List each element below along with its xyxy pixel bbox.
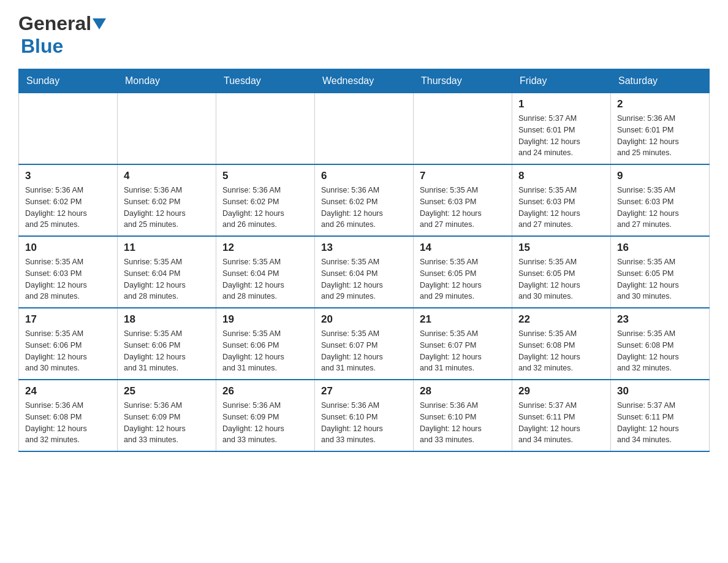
calendar-week-row: 17Sunrise: 5:35 AM Sunset: 6:06 PM Dayli… [19, 308, 710, 380]
day-of-week-header: Wednesday [315, 69, 414, 93]
day-number: 7 [420, 170, 506, 182]
calendar-day-cell: 24Sunrise: 5:36 AM Sunset: 6:08 PM Dayli… [19, 380, 118, 451]
day-number: 19 [222, 313, 308, 326]
calendar-week-row: 3Sunrise: 5:36 AM Sunset: 6:02 PM Daylig… [19, 164, 710, 236]
day-number: 27 [321, 385, 407, 397]
day-number: 10 [25, 242, 111, 254]
day-number: 23 [617, 313, 703, 326]
day-info: Sunrise: 5:35 AM Sunset: 6:05 PM Dayligh… [420, 256, 506, 302]
day-number: 18 [124, 313, 210, 326]
day-number: 1 [518, 98, 604, 110]
day-number: 8 [518, 170, 604, 182]
calendar-day-cell: 25Sunrise: 5:36 AM Sunset: 6:09 PM Dayli… [118, 380, 216, 451]
day-number: 14 [420, 242, 506, 254]
calendar-day-cell: 6Sunrise: 5:36 AM Sunset: 6:02 PM Daylig… [315, 164, 414, 236]
day-info: Sunrise: 5:35 AM Sunset: 6:03 PM Dayligh… [420, 185, 506, 231]
day-info: Sunrise: 5:35 AM Sunset: 6:08 PM Dayligh… [518, 328, 604, 374]
day-info: Sunrise: 5:35 AM Sunset: 6:03 PM Dayligh… [25, 256, 111, 302]
calendar-day-cell: 11Sunrise: 5:35 AM Sunset: 6:04 PM Dayli… [118, 236, 216, 308]
day-info: Sunrise: 5:35 AM Sunset: 6:07 PM Dayligh… [420, 328, 506, 374]
day-number: 28 [420, 385, 506, 397]
day-info: Sunrise: 5:36 AM Sunset: 6:09 PM Dayligh… [124, 400, 210, 446]
day-number: 17 [25, 313, 111, 326]
day-info: Sunrise: 5:35 AM Sunset: 6:06 PM Dayligh… [124, 328, 210, 374]
day-number: 5 [222, 170, 308, 182]
calendar-day-cell: 2Sunrise: 5:36 AM Sunset: 6:01 PM Daylig… [611, 93, 710, 165]
calendar-day-cell: 15Sunrise: 5:35 AM Sunset: 6:05 PM Dayli… [512, 236, 611, 308]
day-number: 2 [617, 98, 703, 110]
day-of-week-header: Thursday [414, 69, 512, 93]
day-number: 30 [617, 385, 703, 397]
day-number: 21 [420, 313, 506, 326]
day-info: Sunrise: 5:36 AM Sunset: 6:02 PM Dayligh… [222, 185, 308, 231]
logo-blue-text: Blue [21, 35, 63, 57]
calendar-day-cell: 30Sunrise: 5:37 AM Sunset: 6:11 PM Dayli… [611, 380, 710, 451]
calendar-day-cell: 12Sunrise: 5:35 AM Sunset: 6:04 PM Dayli… [216, 236, 315, 308]
day-info: Sunrise: 5:35 AM Sunset: 6:06 PM Dayligh… [222, 328, 308, 374]
calendar-table: SundayMondayTuesdayWednesdayThursdayFrid… [18, 69, 710, 452]
calendar-day-cell: 14Sunrise: 5:35 AM Sunset: 6:05 PM Dayli… [414, 236, 512, 308]
day-number: 3 [25, 170, 111, 182]
calendar-day-cell: 21Sunrise: 5:35 AM Sunset: 6:07 PM Dayli… [414, 308, 512, 380]
day-number: 26 [222, 385, 308, 397]
day-number: 4 [124, 170, 210, 182]
day-info: Sunrise: 5:35 AM Sunset: 6:07 PM Dayligh… [321, 328, 407, 374]
day-of-week-header: Monday [118, 69, 216, 93]
calendar-day-cell: 4Sunrise: 5:36 AM Sunset: 6:02 PM Daylig… [118, 164, 216, 236]
calendar-day-cell: 27Sunrise: 5:36 AM Sunset: 6:10 PM Dayli… [315, 380, 414, 451]
calendar-day-cell: 23Sunrise: 5:35 AM Sunset: 6:08 PM Dayli… [611, 308, 710, 380]
calendar-day-cell: 17Sunrise: 5:35 AM Sunset: 6:06 PM Dayli… [19, 308, 118, 380]
day-number: 22 [518, 313, 604, 326]
calendar-day-cell [414, 93, 512, 165]
calendar-day-cell: 13Sunrise: 5:35 AM Sunset: 6:04 PM Dayli… [315, 236, 414, 308]
day-info: Sunrise: 5:35 AM Sunset: 6:03 PM Dayligh… [617, 185, 703, 231]
day-info: Sunrise: 5:35 AM Sunset: 6:08 PM Dayligh… [617, 328, 703, 374]
logo: General Blue [18, 12, 106, 58]
calendar-header: SundayMondayTuesdayWednesdayThursdayFrid… [19, 69, 710, 93]
calendar-day-cell: 20Sunrise: 5:35 AM Sunset: 6:07 PM Dayli… [315, 308, 414, 380]
day-info: Sunrise: 5:35 AM Sunset: 6:05 PM Dayligh… [518, 256, 604, 302]
day-info: Sunrise: 5:36 AM Sunset: 6:10 PM Dayligh… [321, 400, 407, 446]
day-info: Sunrise: 5:35 AM Sunset: 6:04 PM Dayligh… [222, 256, 308, 302]
calendar-day-cell [19, 93, 118, 165]
day-info: Sunrise: 5:36 AM Sunset: 6:08 PM Dayligh… [25, 400, 111, 446]
day-info: Sunrise: 5:37 AM Sunset: 6:01 PM Dayligh… [518, 113, 604, 159]
day-info: Sunrise: 5:36 AM Sunset: 6:10 PM Dayligh… [420, 400, 506, 446]
day-number: 13 [321, 242, 407, 254]
day-number: 15 [518, 242, 604, 254]
calendar-day-cell: 5Sunrise: 5:36 AM Sunset: 6:02 PM Daylig… [216, 164, 315, 236]
day-of-week-header: Tuesday [216, 69, 315, 93]
calendar-day-cell: 26Sunrise: 5:36 AM Sunset: 6:09 PM Dayli… [216, 380, 315, 451]
day-number: 20 [321, 313, 407, 326]
calendar-day-cell: 8Sunrise: 5:35 AM Sunset: 6:03 PM Daylig… [512, 164, 611, 236]
day-number: 12 [222, 242, 308, 254]
calendar-body: 1Sunrise: 5:37 AM Sunset: 6:01 PM Daylig… [19, 93, 710, 452]
day-of-week-header: Friday [512, 69, 611, 93]
calendar-week-row: 1Sunrise: 5:37 AM Sunset: 6:01 PM Daylig… [19, 93, 710, 165]
calendar-day-cell [118, 93, 216, 165]
calendar-day-cell [216, 93, 315, 165]
day-info: Sunrise: 5:37 AM Sunset: 6:11 PM Dayligh… [617, 400, 703, 446]
day-info: Sunrise: 5:36 AM Sunset: 6:01 PM Dayligh… [617, 113, 703, 159]
page-header: General Blue [18, 12, 710, 58]
day-info: Sunrise: 5:36 AM Sunset: 6:02 PM Dayligh… [25, 185, 111, 231]
calendar-week-row: 10Sunrise: 5:35 AM Sunset: 6:03 PM Dayli… [19, 236, 710, 308]
calendar-day-cell: 3Sunrise: 5:36 AM Sunset: 6:02 PM Daylig… [19, 164, 118, 236]
calendar-day-cell: 29Sunrise: 5:37 AM Sunset: 6:11 PM Dayli… [512, 380, 611, 451]
calendar-day-cell: 9Sunrise: 5:35 AM Sunset: 6:03 PM Daylig… [611, 164, 710, 236]
calendar-day-cell: 7Sunrise: 5:35 AM Sunset: 6:03 PM Daylig… [414, 164, 512, 236]
calendar-day-cell: 19Sunrise: 5:35 AM Sunset: 6:06 PM Dayli… [216, 308, 315, 380]
calendar-day-cell [315, 93, 414, 165]
day-number: 24 [25, 385, 111, 397]
logo-general-text: General [18, 12, 91, 35]
calendar-week-row: 24Sunrise: 5:36 AM Sunset: 6:08 PM Dayli… [19, 380, 710, 451]
days-of-week-row: SundayMondayTuesdayWednesdayThursdayFrid… [19, 69, 710, 93]
day-info: Sunrise: 5:35 AM Sunset: 6:06 PM Dayligh… [25, 328, 111, 374]
calendar-day-cell: 16Sunrise: 5:35 AM Sunset: 6:05 PM Dayli… [611, 236, 710, 308]
day-info: Sunrise: 5:35 AM Sunset: 6:03 PM Dayligh… [518, 185, 604, 231]
day-info: Sunrise: 5:35 AM Sunset: 6:05 PM Dayligh… [617, 256, 703, 302]
calendar-day-cell: 10Sunrise: 5:35 AM Sunset: 6:03 PM Dayli… [19, 236, 118, 308]
logo-arrow-icon [93, 18, 106, 32]
calendar-day-cell: 1Sunrise: 5:37 AM Sunset: 6:01 PM Daylig… [512, 93, 611, 165]
day-number: 6 [321, 170, 407, 182]
